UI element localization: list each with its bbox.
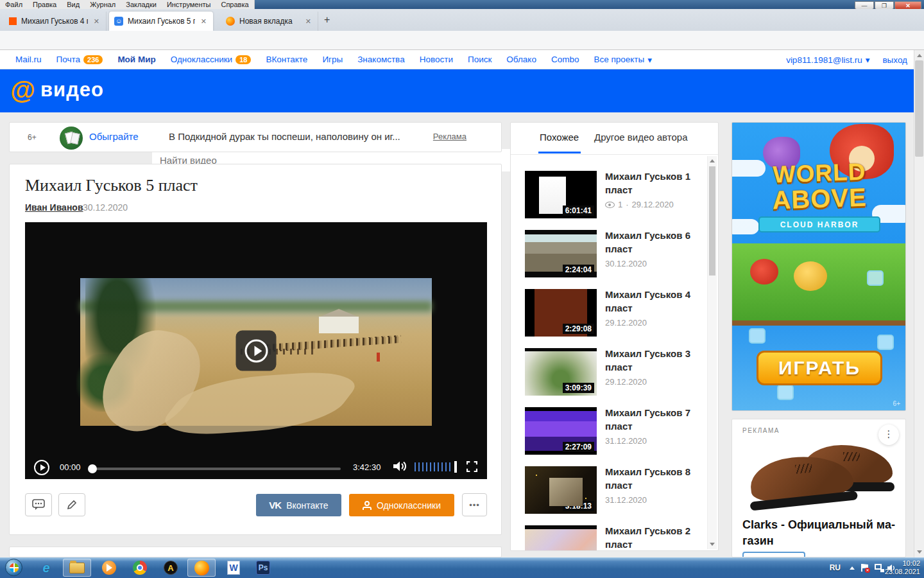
related-video-meta: 29.12.2020	[605, 377, 706, 387]
top-ad-banner[interactable]: 6+ Обыграйте В Подкидной дурак ты поспеш…	[9, 122, 502, 152]
tab-1[interactable]: Михаил Гуськов 4 пласт (Юри ✕	[4, 12, 107, 31]
tray-language[interactable]: RU	[830, 557, 841, 578]
video-logo[interactable]: @ видео	[10, 77, 104, 103]
edit-button[interactable]	[58, 493, 85, 516]
taskbar-photoshop-icon[interactable]: Ps	[250, 559, 276, 577]
tab-3[interactable]: Новая вкладка ✕	[221, 12, 318, 31]
tray-network[interactable]	[875, 557, 884, 578]
video-thumbnail	[525, 525, 597, 551]
taskbar-chrome-icon[interactable]	[127, 559, 153, 577]
menu-edit[interactable]: Правка	[33, 1, 56, 8]
volume-icon[interactable]	[392, 460, 407, 475]
taskbar-aimp-icon[interactable]: A	[158, 559, 184, 577]
scroll-up-icon[interactable]	[917, 54, 922, 57]
tray-clock[interactable]: 10:02 23.08.2021	[885, 557, 920, 578]
play-game-button[interactable]: ИГРАТЬ	[757, 351, 882, 385]
related-video-3[interactable]: 2:29:08 Михаил Гуськов 4 пласт 29.12.202…	[525, 289, 706, 337]
network-icon	[875, 564, 884, 572]
tab-2-active[interactable]: ☺ Михаил Гуськов 5 пласт – смо ✕	[109, 12, 213, 31]
nav-dating[interactable]: Знакомства	[357, 55, 404, 64]
ad-cta-link[interactable]: Обыграйте	[89, 131, 139, 142]
progress-knob[interactable]	[88, 464, 97, 473]
ad-text[interactable]: В Подкидной дурак ты поспеши, наполовину…	[169, 131, 400, 142]
menu-help[interactable]: Справка	[221, 1, 248, 8]
taskbar-explorer-icon[interactable]	[63, 559, 91, 577]
ice-cube-art	[877, 335, 894, 350]
start-button[interactable]	[5, 559, 22, 576]
related-video-1[interactable]: 6:01:41 Михаил Гуськов 1 пласт 1·29.12.2…	[525, 171, 706, 218]
ad-options-icon[interactable]: ⋮	[878, 425, 899, 445]
shoes-ad-title[interactable]: Clarks - Официальный ма-газин	[742, 517, 895, 549]
game-subtitle-ribbon: CLOUD HARBOR	[758, 216, 880, 232]
play-button[interactable]	[34, 460, 49, 475]
page-scrollbar[interactable]	[914, 50, 924, 557]
share-ok-button[interactable]: Одноклассники	[349, 494, 454, 516]
tab-2-close-icon[interactable]: ✕	[200, 17, 208, 26]
taskbar-ie-icon[interactable]: e	[33, 559, 59, 577]
volume-slider[interactable]	[415, 462, 453, 471]
tab-similar[interactable]: Похожее	[540, 132, 579, 143]
shoes-ad[interactable]: РЕКЛАМА ⋮ Clarks - Официальный ма-газин	[732, 419, 906, 557]
ad-disclaimer-link[interactable]: Реклама	[433, 132, 466, 141]
scrollbar-thumb[interactable]	[915, 60, 923, 157]
fullscreen-icon[interactable]	[466, 461, 477, 475]
account-menu[interactable]: vip811.1981@list.ru▾	[786, 55, 869, 65]
menu-view[interactable]: Вид	[67, 1, 80, 8]
related-video-title: Михаил Гуськов 2 пласт	[605, 524, 706, 551]
taskbar-media-player-icon[interactable]	[96, 559, 122, 577]
windows-flag-icon	[10, 563, 19, 572]
nav-cloud[interactable]: Облако	[506, 55, 536, 64]
nav-combo[interactable]: Combo	[551, 55, 579, 64]
menu-file[interactable]: Файл	[5, 1, 22, 8]
scroll-down-icon[interactable]	[710, 543, 715, 546]
tab-3-title: Новая вкладка	[239, 17, 300, 26]
related-list-scrollbar[interactable]	[707, 156, 717, 549]
tab-1-close-icon[interactable]: ✕	[92, 17, 101, 26]
nav-news[interactable]: Новости	[420, 55, 453, 64]
shoes-ad-button[interactable]	[742, 552, 805, 557]
related-video-7[interactable]: Михаил Гуськов 2 пласт	[525, 525, 706, 551]
tray-action-center[interactable]: ✕	[860, 557, 869, 578]
related-video-4[interactable]: 3:09:39 Михаил Гуськов 3 пласт 29.12.202…	[525, 348, 706, 396]
related-video-6[interactable]: 3:18:13 Михаил Гуськов 8 пласт 31.12.202…	[525, 466, 706, 514]
menu-tools[interactable]: Инструменты	[167, 1, 211, 8]
game-ad[interactable]: WORLD ABOVE CLOUD HARBOR ИГРАТЬ 6+	[732, 122, 906, 411]
taskbar-word-icon[interactable]: W	[221, 559, 246, 577]
new-tab-button[interactable]: +	[324, 14, 330, 26]
related-video-5[interactable]: 2:27:09 Михаил Гуськов 7 пласт 31.12.202…	[525, 407, 706, 455]
tab-author-videos[interactable]: Другое видео автора	[594, 132, 688, 143]
nav-moymir[interactable]: Мой Мир	[117, 55, 155, 64]
nav-odnoklassniki[interactable]: Одноклассники18	[171, 55, 252, 64]
scrollbar-thumb[interactable]	[709, 166, 715, 276]
media-player-icon	[102, 561, 116, 575]
browser-menubar: Файл Правка Вид Журнал Закладки Инструме…	[0, 0, 255, 9]
tray-show-hidden[interactable]	[850, 557, 855, 578]
video-player[interactable]: 00:00 3:42:30	[25, 222, 487, 479]
logout-link[interactable]: выход	[882, 55, 907, 65]
menu-history[interactable]: Журнал	[90, 1, 116, 8]
more-actions-button[interactable]: •••	[462, 493, 487, 516]
share-vk-button[interactable]: VK Вконтакте	[256, 494, 341, 516]
tab-3-close-icon[interactable]: ✕	[304, 17, 312, 26]
progress-track[interactable]	[90, 468, 341, 470]
comments-button[interactable]	[25, 493, 52, 516]
nav-vkontakte[interactable]: ВКонтакте	[266, 55, 307, 64]
meta-dot: ·	[626, 200, 628, 209]
related-video-date: 31.12.2020	[605, 436, 647, 446]
menu-bookmarks[interactable]: Закладки	[126, 1, 157, 8]
video-author-link[interactable]: Иван Иванов	[25, 202, 83, 213]
nav-search[interactable]: Поиск	[468, 55, 492, 64]
related-video-2[interactable]: 2:24:04 Михаил Гуськов 6 пласт 30.12.202…	[525, 230, 706, 277]
nav-mail[interactable]: Почта236	[56, 55, 103, 64]
nav-mailru[interactable]: Mail.ru	[15, 55, 42, 64]
related-video-title: Михаил Гуськов 8 пласт	[605, 465, 706, 492]
ad-avatar[interactable]	[60, 127, 83, 150]
scroll-down-icon[interactable]	[917, 550, 922, 554]
scroll-up-icon[interactable]	[710, 159, 715, 162]
nav-all-projects[interactable]: Все проекты▾	[594, 55, 652, 65]
nav-games[interactable]: Игры	[322, 55, 343, 64]
taskbar-firefox-icon[interactable]	[187, 559, 216, 577]
video-thumbnail: 2:29:08	[525, 289, 597, 337]
volume-level-marker[interactable]	[454, 461, 457, 473]
big-play-button[interactable]	[236, 331, 277, 371]
